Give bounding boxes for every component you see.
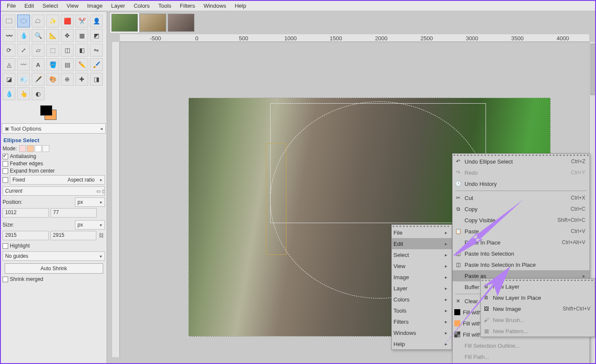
tool-handle-transform[interactable]: ◧ xyxy=(75,44,88,57)
tool-dodge[interactable]: ◐ xyxy=(32,87,45,100)
ctx-colors[interactable]: Colors▸ xyxy=(392,294,452,305)
menu-windows[interactable]: Windows xyxy=(199,1,230,10)
menu-file[interactable]: File xyxy=(3,1,20,10)
expand-checkbox[interactable] xyxy=(3,168,8,174)
ctx-paste[interactable]: 📋PasteCtrl+V xyxy=(453,226,590,237)
ctx-paste-into-selection[interactable]: ◫Paste Into Selection xyxy=(453,248,590,259)
ctx-edit[interactable]: Edit▸ xyxy=(392,238,452,249)
tool-move[interactable]: ✥ xyxy=(61,29,74,42)
tool-mypaint[interactable]: 🎨 xyxy=(46,73,59,86)
fixed-dropdown[interactable]: Fixed Aspect ratio ▾ xyxy=(10,175,105,185)
ctx-copy-visible[interactable]: Copy VisibleShift+Ctrl+C xyxy=(453,215,590,226)
tool-text[interactable]: A xyxy=(32,58,45,71)
size-w-input[interactable]: 2915 xyxy=(3,231,49,240)
ctx-paste-new-layer-in-place[interactable]: 🗎New Layer In Place xyxy=(481,292,595,303)
link-icon[interactable]: ⛓ xyxy=(98,233,105,239)
tool-ellipse-select[interactable] xyxy=(17,15,30,27)
thumbnail-2[interactable] xyxy=(140,14,166,32)
ctx-undo-history[interactable]: 🕓Undo History xyxy=(453,178,590,189)
tool-scissors[interactable]: ✂️ xyxy=(75,15,88,27)
tool-smudge[interactable]: 👆 xyxy=(17,87,30,100)
menu-image[interactable]: Image xyxy=(83,1,107,10)
ctx-paste-new-image[interactable]: 🖼New ImageShift+Ctrl+V xyxy=(481,303,595,314)
tool-rect-select[interactable] xyxy=(3,15,15,27)
ctx-stroke-selection[interactable]: 〰Stroke Selection... xyxy=(453,362,590,364)
fixed-checkbox[interactable] xyxy=(3,177,8,183)
ctx-help[interactable]: Help▸ xyxy=(392,338,452,349)
tool-color-picker[interactable]: 💧 xyxy=(17,29,30,42)
antialias-checkbox[interactable] xyxy=(3,154,8,159)
dock-menu-icon[interactable]: ◂ xyxy=(100,126,103,131)
tool-fuzzy-select[interactable]: ✨ xyxy=(46,15,59,27)
ctx-cut[interactable]: ✂CutCtrl+X xyxy=(453,192,590,203)
thumbnail-3[interactable] xyxy=(168,14,194,32)
tool-airbrush[interactable]: 💨 xyxy=(17,73,30,86)
tool-free-select[interactable] xyxy=(32,15,45,27)
menu-filters[interactable]: Filters xyxy=(176,1,199,10)
thumbnail-1[interactable] xyxy=(111,14,138,32)
scrollbar-thumb[interactable] xyxy=(590,44,595,95)
current-field[interactable]: Current ▭ ▯ xyxy=(3,186,105,196)
auto-shrink-button[interactable]: Auto Shrink xyxy=(5,263,103,274)
tool-perspective-clone[interactable]: ◨ xyxy=(90,73,103,86)
tool-zoom[interactable]: 🔍 xyxy=(32,29,45,42)
tool-align[interactable]: ▦ xyxy=(75,29,88,42)
highlight-checkbox[interactable] xyxy=(3,243,8,249)
tool-warp[interactable]: 〰 xyxy=(17,58,30,71)
size-h-input[interactable]: 2915 xyxy=(51,231,97,240)
ctx-layer[interactable]: Layer▸ xyxy=(392,283,452,294)
dock-tool-options-tab[interactable]: ▣ Tool Options ◂ xyxy=(2,123,106,134)
ctx-undo[interactable]: ↶Undo Ellipse SelectCtrl+Z xyxy=(453,156,590,167)
menu-colors[interactable]: Colors xyxy=(129,1,154,10)
ctx-view[interactable]: View▸ xyxy=(392,260,452,272)
ctx-image[interactable]: Image▸ xyxy=(392,272,452,283)
tool-heal[interactable]: ✚ xyxy=(75,73,88,86)
tool-flip[interactable]: ⇋ xyxy=(90,44,103,57)
fg-color-swatch[interactable] xyxy=(40,105,52,116)
tool-clone[interactable]: ⊕ xyxy=(61,73,74,86)
tool-pencil[interactable]: ✏️ xyxy=(75,58,88,71)
tool-eraser[interactable]: ◪ xyxy=(3,73,15,86)
tool-by-color-select[interactable]: 🟥 xyxy=(61,15,74,27)
tool-paintbrush[interactable]: 🖌️ xyxy=(90,58,103,71)
mode-icons[interactable] xyxy=(19,145,49,152)
tool-foreground-select[interactable]: 👤 xyxy=(90,15,103,27)
menu-edit[interactable]: Edit xyxy=(20,1,38,10)
tool-cage[interactable]: ◬ xyxy=(3,58,15,71)
tool-measure[interactable]: 📐 xyxy=(46,29,59,42)
tool-scale[interactable]: ⤢ xyxy=(17,44,30,57)
tool-unified-transform[interactable]: ◫ xyxy=(61,44,74,57)
tool-paths[interactable]: 〰️ xyxy=(3,29,15,42)
tool-bucket-fill[interactable]: 🪣 xyxy=(46,58,59,71)
position-x-input[interactable]: 1012 xyxy=(3,208,49,218)
orientation-icons[interactable]: ▭ ▯ xyxy=(96,188,104,194)
tool-blur[interactable]: 💧 xyxy=(3,87,15,100)
ctx-filters[interactable]: Filters▸ xyxy=(392,316,452,327)
menu-tools[interactable]: Tools xyxy=(154,1,176,10)
tool-rotate[interactable]: ⟳ xyxy=(3,44,15,57)
menu-view[interactable]: View xyxy=(63,1,83,10)
ctx-paste-in-place[interactable]: Paste In PlaceCtrl+Alt+V xyxy=(453,237,590,248)
ctx-paste-into-selection-in-place[interactable]: ◫Paste Into Selection In Place xyxy=(453,259,590,270)
shrink-merged-checkbox[interactable] xyxy=(3,277,8,282)
ctx-file[interactable]: File▸ xyxy=(392,227,452,238)
guides-dropdown[interactable]: No guides ▾ xyxy=(3,251,105,261)
ctx-copy[interactable]: ⧉CopyCtrl+C xyxy=(453,203,590,215)
tool-perspective[interactable]: ⬚ xyxy=(46,44,59,57)
tool-gradient[interactable]: ▤ xyxy=(61,58,74,71)
size-unit-dropdown[interactable]: px▾ xyxy=(75,220,105,230)
menu-select[interactable]: Select xyxy=(38,1,62,10)
ctx-tools[interactable]: Tools▸ xyxy=(392,305,452,316)
feather-checkbox[interactable] xyxy=(3,161,8,167)
ctx-paste-new-layer[interactable]: 🗎New Layer xyxy=(481,281,595,292)
ctx-select[interactable]: Select▸ xyxy=(392,249,452,260)
tool-crop[interactable]: ◩ xyxy=(90,29,103,42)
tool-shear[interactable]: ▱ xyxy=(32,44,45,57)
menu-help[interactable]: Help xyxy=(230,1,250,10)
color-swatches[interactable] xyxy=(40,105,57,121)
position-y-input[interactable]: 77 xyxy=(51,208,97,218)
tool-ink[interactable]: 🖋️ xyxy=(32,73,45,86)
ctx-windows[interactable]: Windows▸ xyxy=(392,327,452,338)
position-unit-dropdown[interactable]: px▾ xyxy=(75,197,105,207)
menu-layer[interactable]: Layer xyxy=(107,1,130,10)
